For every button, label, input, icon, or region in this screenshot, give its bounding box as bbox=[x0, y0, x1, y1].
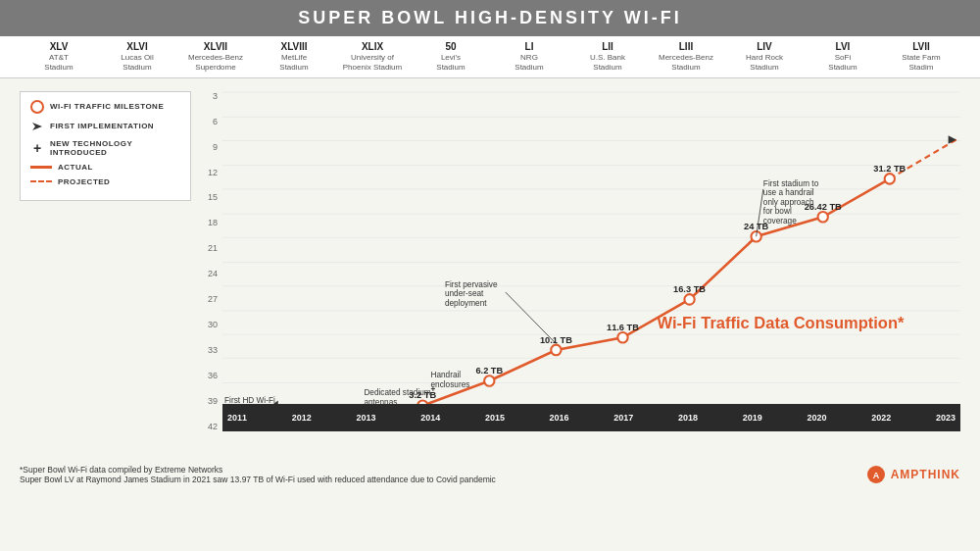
svg-text:10.1 TB: 10.1 TB bbox=[540, 334, 572, 344]
legend-actual: ACTUAL bbox=[30, 163, 180, 172]
y-33: 33 bbox=[201, 345, 220, 355]
y-15: 15 bbox=[201, 192, 220, 202]
legend-milestone: WI-FI TRAFFIC MILESTONE bbox=[30, 100, 180, 114]
plus-icon: + bbox=[30, 141, 44, 155]
x-2017: 2017 bbox=[613, 413, 633, 423]
chart-area: 42 39 36 33 30 27 24 21 18 15 12 9 6 3 bbox=[201, 91, 960, 461]
legend-first-impl: FIRST IMPLEMENTATION bbox=[30, 120, 180, 133]
footnote-line1: *Super Bowl Wi-Fi data compiled by Extre… bbox=[20, 465, 866, 475]
y-18: 18 bbox=[201, 218, 220, 227]
svg-text:deployment: deployment bbox=[445, 297, 487, 307]
x-2023: 2023 bbox=[936, 413, 956, 423]
svg-marker-0 bbox=[32, 123, 42, 130]
logo-icon: A bbox=[866, 465, 886, 484]
y-39: 39 bbox=[201, 396, 220, 406]
legend-projected-label: PROJECTED bbox=[58, 177, 110, 186]
svg-text:6.2 TB: 6.2 TB bbox=[475, 366, 503, 376]
svg-point-21 bbox=[684, 294, 694, 305]
footnotes-area: *Super Bowl Wi-Fi data compiled by Extre… bbox=[0, 461, 980, 488]
main-container: SUPER BOWL HIGH-DENSITY WI-FI XLV AT&TSt… bbox=[0, 0, 980, 551]
projected-line-icon bbox=[30, 180, 52, 182]
chart-plot: .grid-line { stroke: #ddd; stroke-width:… bbox=[222, 91, 960, 431]
x-axis: 2011 2012 2013 2014 2015 2016 2017 2018 … bbox=[222, 404, 960, 431]
legend-new-tech-label: NEW TECHNOLOGY INTRODUCED bbox=[50, 139, 180, 157]
logo-text: AMPTHINK bbox=[891, 468, 960, 481]
page-header: SUPER BOWL HIGH-DENSITY WI-FI bbox=[0, 0, 980, 36]
y-21: 21 bbox=[201, 243, 220, 253]
svg-text:coverage: coverage bbox=[763, 215, 797, 225]
legend-projected: PROJECTED bbox=[30, 177, 180, 186]
stadium-50: 50 Levi'sStadium bbox=[412, 40, 490, 74]
y-24: 24 bbox=[201, 269, 220, 278]
y-27: 27 bbox=[201, 294, 220, 304]
page-title: SUPER BOWL HIGH-DENSITY WI-FI bbox=[298, 8, 681, 27]
stadium-li: LI NRGStadium bbox=[490, 40, 568, 74]
stadium-xlvii: XLVII Mercedes-BenzSuperdome bbox=[176, 40, 255, 74]
legend-actual-label: ACTUAL bbox=[58, 163, 93, 172]
legend-milestone-label: WI-FI TRAFFIC MILESTONE bbox=[50, 102, 164, 111]
main-content: WI-FI TRAFFIC MILESTONE FIRST IMPLEMENTA… bbox=[0, 78, 980, 461]
svg-point-18 bbox=[484, 376, 494, 386]
y-6: 6 bbox=[201, 117, 220, 126]
stadium-xlvi: XLVI Lucas OilStadium bbox=[98, 40, 176, 74]
x-2015: 2015 bbox=[485, 413, 505, 423]
svg-point-23 bbox=[818, 212, 828, 223]
footnote-content: *Super Bowl Wi-Fi data compiled by Extre… bbox=[20, 465, 866, 484]
y-3: 3 bbox=[201, 91, 220, 101]
y-42: 42 bbox=[201, 422, 220, 431]
arrow-icon bbox=[30, 120, 44, 133]
x-2019: 2019 bbox=[743, 413, 762, 423]
stadium-xlviii: XLVIII MetLifeStadium bbox=[255, 40, 333, 74]
x-2011: 2011 bbox=[227, 413, 247, 423]
x-2013: 2013 bbox=[356, 413, 375, 423]
svg-point-24 bbox=[885, 174, 895, 184]
stadium-xlv: XLV AT&TStadium bbox=[20, 40, 98, 74]
svg-text:Wi-Fi Traffic Data Consumption: Wi-Fi Traffic Data Consumption* bbox=[658, 313, 905, 331]
footnote-line2: Super Bowl LV at Raymond James Stadium i… bbox=[20, 475, 866, 484]
legend-first-impl-label: FIRST IMPLEMENTATION bbox=[50, 122, 154, 130]
svg-text:16.3 TB: 16.3 TB bbox=[673, 284, 706, 294]
y-36: 36 bbox=[201, 371, 220, 380]
y-9: 9 bbox=[201, 142, 220, 152]
svg-text:31.2 TB: 31.2 TB bbox=[873, 164, 906, 174]
stadium-lvi: LVI SoFiStadium bbox=[804, 40, 882, 74]
x-2018: 2018 bbox=[678, 413, 698, 423]
svg-text:11.6 TB: 11.6 TB bbox=[607, 323, 639, 332]
svg-text:enclosures: enclosures bbox=[430, 378, 469, 388]
x-2020: 2020 bbox=[807, 413, 826, 423]
svg-point-20 bbox=[617, 332, 627, 343]
svg-line-45 bbox=[506, 292, 557, 344]
x-2022: 2022 bbox=[871, 413, 891, 423]
y-axis: 42 39 36 33 30 27 24 21 18 15 12 9 6 3 bbox=[201, 91, 220, 431]
legend-new-tech: + NEW TECHNOLOGY INTRODUCED bbox=[30, 139, 180, 157]
actual-line-icon bbox=[30, 166, 52, 169]
svg-point-19 bbox=[551, 344, 561, 355]
chart-svg: .grid-line { stroke: #ddd; stroke-width:… bbox=[222, 91, 960, 431]
y-30: 30 bbox=[201, 320, 220, 329]
stadium-lii: LII U.S. BankStadium bbox=[568, 40, 647, 74]
stadium-lvii: LVII State FarmStadim bbox=[882, 40, 960, 74]
svg-text:A: A bbox=[872, 471, 879, 480]
stadium-xlix: XLIX University ofPhoenix Stadium bbox=[333, 40, 412, 74]
stadium-liv: LIV Hard RockStadium bbox=[725, 40, 804, 74]
legend-box: WI-FI TRAFFIC MILESTONE FIRST IMPLEMENTA… bbox=[20, 91, 191, 201]
x-2014: 2014 bbox=[420, 413, 440, 423]
logo-area: A AMPTHINK bbox=[866, 465, 960, 484]
y-12: 12 bbox=[201, 168, 220, 177]
stadiums-row: XLV AT&TStadium XLVI Lucas OilStadium XL… bbox=[0, 36, 980, 78]
circle-icon bbox=[30, 100, 44, 114]
stadium-liii: LIII Mercedes-BenzStadium bbox=[647, 40, 725, 74]
x-2016: 2016 bbox=[550, 413, 569, 423]
x-2012: 2012 bbox=[292, 413, 312, 423]
